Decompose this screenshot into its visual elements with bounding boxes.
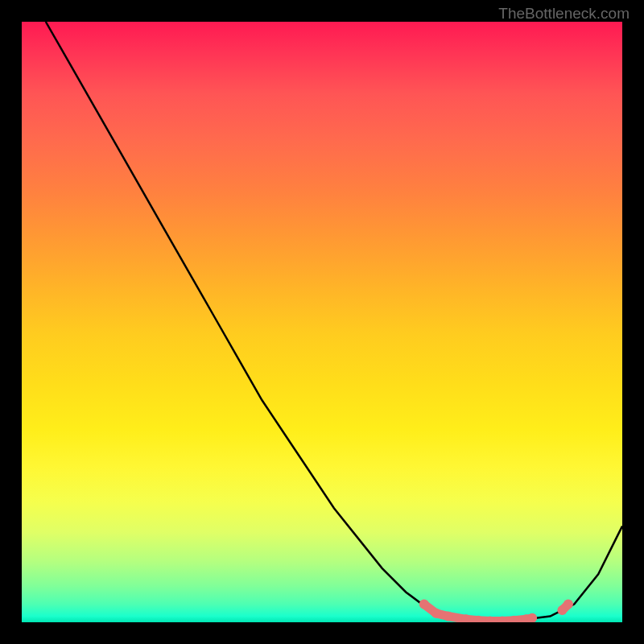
- svg-point-21: [564, 600, 573, 609]
- svg-point-12: [444, 612, 453, 621]
- chart-area: [22, 22, 622, 622]
- highlighted-dots: [22, 22, 622, 622]
- svg-point-11: [431, 609, 441, 618]
- svg-point-10: [419, 600, 429, 609]
- watermark-text: TheBottleneck.com: [498, 5, 630, 23]
